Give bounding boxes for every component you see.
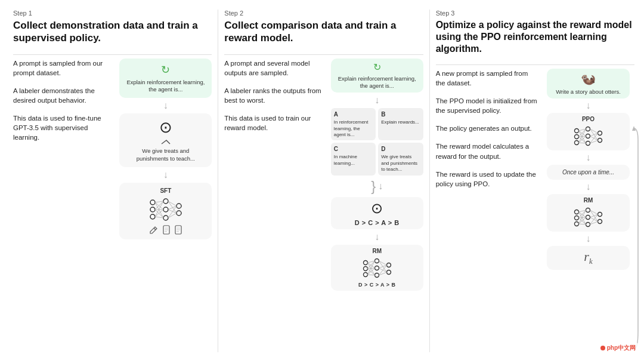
step2-text-a: In reinforcement learning, the agent is.… bbox=[334, 119, 369, 137]
step3-rk-card: rk bbox=[547, 246, 630, 269]
step1-person-edit-icon bbox=[160, 139, 171, 145]
svg-point-82 bbox=[586, 216, 590, 220]
svg-point-3 bbox=[163, 199, 168, 204]
step3-output-card: Once upon a time... bbox=[547, 165, 630, 180]
svg-point-83 bbox=[586, 223, 590, 227]
step1-title: Collect demonstration data and train a s… bbox=[13, 19, 212, 45]
step3-otter-icon: 🦦 bbox=[581, 72, 596, 86]
step2-column: Step 2 Collect comparison data and train… bbox=[218, 10, 429, 352]
step3-arrow2: ↓ bbox=[586, 153, 591, 162]
svg-line-17 bbox=[168, 201, 177, 206]
step2-comp-a: A In reinforcement learning, the agent i… bbox=[331, 108, 376, 140]
svg-point-2 bbox=[150, 214, 155, 219]
step2-text1: A prompt and several model outputs are s… bbox=[224, 59, 326, 78]
svg-line-68 bbox=[579, 137, 586, 143]
step2-comp-grid: A In reinforcement learning, the agent i… bbox=[331, 108, 423, 175]
svg-point-60 bbox=[586, 141, 590, 146]
svg-point-36 bbox=[374, 266, 379, 270]
step2-label-a: A bbox=[334, 110, 373, 118]
step1-prompt-text: Explain reinforcement learning, the agen… bbox=[125, 79, 206, 94]
step2-comp-c: C In machine learning... bbox=[331, 143, 376, 175]
svg-point-0 bbox=[150, 200, 155, 205]
svg-point-62 bbox=[598, 139, 602, 143]
step3-curved-arrow-icon bbox=[628, 104, 639, 355]
svg-point-81 bbox=[586, 208, 590, 213]
step2-refresh-icon: ↻ bbox=[373, 61, 381, 73]
svg-point-78 bbox=[575, 210, 579, 214]
step3-label: Step 3 bbox=[436, 10, 634, 17]
step2-prompt-text: Explain reinforcement learning, the agen… bbox=[336, 75, 419, 90]
svg-point-35 bbox=[374, 258, 379, 263]
step2-arrow3: ↓ bbox=[374, 232, 379, 242]
step1-sft-label: SFT bbox=[160, 187, 171, 194]
step2-comp-b: B Explain rewards... bbox=[378, 108, 423, 140]
step2-label-d: D bbox=[381, 145, 420, 153]
step1-column: Step 1 Collect demonstration data and tr… bbox=[7, 10, 218, 352]
svg-point-84 bbox=[598, 213, 602, 217]
step2-text-c: In machine learning... bbox=[334, 154, 357, 165]
svg-point-39 bbox=[386, 270, 391, 274]
step1-text1: A prompt is sampled from our prompt data… bbox=[13, 59, 114, 78]
svg-point-33 bbox=[363, 266, 367, 270]
svg-point-4 bbox=[163, 207, 168, 212]
step3-ppo-card: PPO bbox=[547, 113, 630, 150]
step3-title: Optimize a policy against the reward mod… bbox=[436, 19, 634, 55]
step1-neural-net-icon bbox=[148, 196, 184, 223]
step2-bracket: } bbox=[371, 179, 376, 193]
svg-point-37 bbox=[374, 273, 379, 277]
svg-point-57 bbox=[575, 141, 579, 145]
svg-line-45 bbox=[367, 269, 374, 275]
step2-rm-label: RM bbox=[372, 248, 382, 254]
svg-line-22 bbox=[168, 213, 177, 218]
step2-text2: A labeler ranks the outputs from best to… bbox=[224, 86, 326, 105]
step1-sft-card: SFT bbox=[119, 183, 212, 239]
svg-point-56 bbox=[575, 135, 579, 139]
step2-title: Collect comparison data and train a rewa… bbox=[224, 19, 423, 45]
step2-person-icon: ⊙ bbox=[371, 200, 383, 217]
step1-labeler-text: We give treats and punishments to teach.… bbox=[125, 147, 206, 162]
step1-label: Step 1 bbox=[13, 10, 212, 17]
svg-point-79 bbox=[575, 216, 579, 220]
step2-text-b: Explain rewards... bbox=[381, 119, 419, 125]
svg-point-6 bbox=[177, 204, 181, 208]
step2-arrow1: ↓ bbox=[374, 96, 379, 105]
svg-line-23 bbox=[154, 228, 156, 230]
step2-text3: This data is used to train our reward mo… bbox=[224, 113, 326, 133]
step3-ppo-label: PPO bbox=[582, 116, 595, 122]
watermark: php中文网 bbox=[598, 343, 638, 353]
step2-comp-d: D We give treats and punishments to teac… bbox=[378, 143, 423, 175]
step3-text1: A new prompt is sampled from the dataset… bbox=[436, 69, 537, 88]
step1-edit-icon bbox=[149, 225, 159, 235]
svg-point-61 bbox=[598, 131, 602, 136]
svg-line-48 bbox=[367, 275, 374, 275]
step3-text3: The policy generates an output. bbox=[436, 124, 537, 133]
watermark-text: php中文网 bbox=[607, 344, 636, 352]
svg-line-91 bbox=[579, 218, 586, 224]
step3-rm-label: RM bbox=[584, 197, 593, 204]
svg-line-71 bbox=[579, 143, 586, 143]
step3-output-text: Once upon a time... bbox=[562, 169, 614, 176]
step3-arrow1: ↓ bbox=[586, 101, 591, 110]
step2-rm-net-icon bbox=[361, 257, 394, 279]
step1-refresh-icon: ↻ bbox=[161, 63, 170, 76]
step2-label-b: B bbox=[381, 110, 420, 118]
step3-rm-card: RM bbox=[547, 194, 630, 232]
svg-point-32 bbox=[363, 260, 367, 264]
svg-point-5 bbox=[163, 216, 168, 220]
step3-arrow3: ↓ bbox=[586, 182, 591, 192]
step1-text2: A labeler demonstrates the desired outpu… bbox=[13, 86, 114, 105]
step1-text3: This data is used to fine-tune GPT-3.5 w… bbox=[13, 113, 114, 142]
step3-otter-card: 🦦 Write a story about otters. bbox=[547, 69, 630, 99]
step1-person-icon: ⊙ bbox=[159, 118, 172, 137]
step3-arrow4: ↓ bbox=[586, 234, 591, 244]
svg-point-55 bbox=[575, 129, 579, 133]
svg-point-7 bbox=[177, 211, 181, 216]
step3-otter-text: Write a story about otters. bbox=[556, 88, 621, 96]
step2-label: Step 2 bbox=[224, 10, 423, 17]
step2-person-card: ⊙ D > C > A > B bbox=[331, 197, 423, 229]
step1-person-card: ⊙ We give treats and punishments to teac… bbox=[119, 113, 212, 167]
step1-doc2-icon bbox=[174, 225, 182, 235]
step3-text5: The reward is used to update the policy … bbox=[436, 170, 537, 189]
step3-ppo-net-icon bbox=[572, 125, 605, 147]
step3-text2: The PPO model is initialized from the su… bbox=[436, 96, 537, 115]
